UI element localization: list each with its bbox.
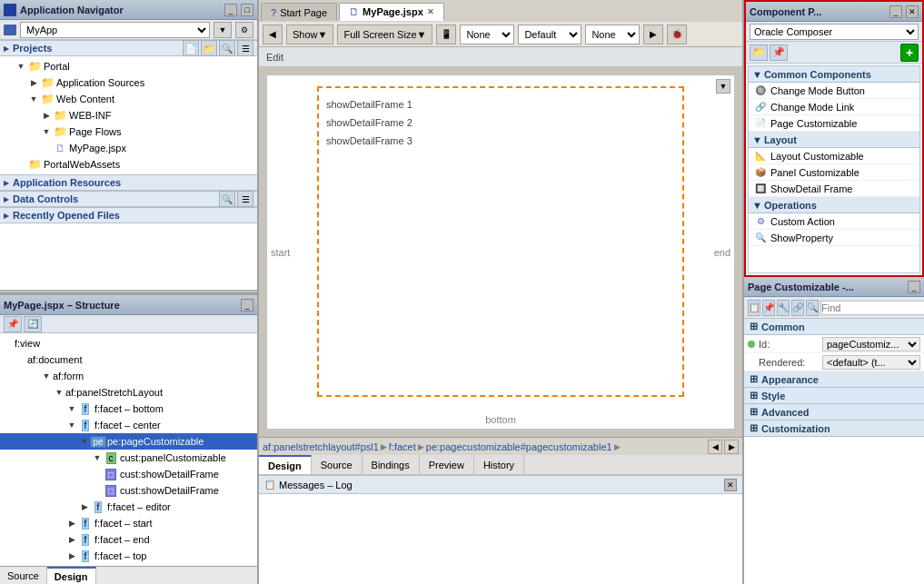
comp-custom-action[interactable]: ⚙ Custom Action	[749, 213, 919, 230]
fullscreensize-btn[interactable]: Full Screen Size▼	[337, 25, 432, 45]
none-select1[interactable]: None	[460, 25, 514, 45]
canvas-collapse-btn[interactable]: ▼	[716, 79, 730, 94]
design-tab-history[interactable]: History	[474, 455, 524, 474]
struct-afdocument[interactable]: af:document	[0, 351, 257, 368]
nav-maximize-btn[interactable]: □	[241, 4, 253, 16]
comp-change-mode-button[interactable]: 🔘 Change Mode Button	[749, 83, 919, 99]
comp-pin-btn[interactable]: 📌	[770, 45, 788, 61]
toolbar-debug-btn[interactable]: 🐞	[667, 25, 687, 45]
filter-btn[interactable]: 🔍	[219, 40, 235, 56]
struct-fview[interactable]: f:view	[0, 335, 257, 351]
layout-section[interactable]: ▼ Layout	[749, 132, 919, 148]
oracle-composer-select[interactable]: Oracle Composer	[750, 24, 919, 40]
comp-add-btn[interactable]: +	[900, 44, 919, 62]
dc-menu-btn[interactable]: ☰	[237, 191, 253, 207]
struct-facet-center[interactable]: ▼ f f:facet – center	[0, 417, 257, 433]
palette-close-btn[interactable]: ✕	[906, 5, 919, 18]
struct-facet-editor[interactable]: ▶ f f:facet – editor	[0, 499, 257, 515]
struct-facet-start[interactable]: ▶ f f:facet – start	[0, 515, 257, 531]
comp-showdetail-frame[interactable]: 🔲 ShowDetail Frame	[749, 181, 919, 197]
prop-common-section[interactable]: ⊞ Common	[744, 319, 924, 335]
tree-item-portalwebassets[interactable]: 📁 PortalWebAssets	[0, 156, 257, 173]
struct-facet-end[interactable]: ▶ f f:facet – end	[0, 531, 257, 548]
struct-facet-bottom[interactable]: ▼ f f:facet – bottom	[0, 401, 257, 417]
messages-close-btn[interactable]: ✕	[724, 479, 737, 491]
prop-btn1[interactable]: 📋	[748, 300, 760, 316]
new-file-btn[interactable]: 📄	[183, 40, 199, 56]
tree-item-webinf[interactable]: ▶ 📁 WEB-INF	[0, 107, 257, 124]
projects-section[interactable]: ▶ Projects 📄 📁 🔍 ☰	[0, 40, 257, 56]
toolbar-back-btn[interactable]: ◀	[263, 25, 283, 45]
comp-change-mode-link[interactable]: 🔗 Change Mode Link	[749, 99, 919, 115]
toolbar-icon1[interactable]: 📱	[436, 25, 456, 45]
tree-item-pageflows[interactable]: ▼ 📁 Page Flows	[0, 124, 257, 140]
tree-item-portal[interactable]: ▼ 📁 Portal	[0, 58, 257, 74]
tree-item-appsources[interactable]: ▶ 📁 Application Sources	[0, 74, 257, 91]
struct-panelcustomizable[interactable]: ▼ c cust:panelCustomizable	[0, 450, 257, 466]
default-select[interactable]: Default	[518, 25, 581, 45]
design-tab-design[interactable]: Design	[259, 455, 312, 474]
prop-id-row: Id: pageCustomiz...	[744, 335, 924, 353]
id-value-select[interactable]: pageCustomiz...	[822, 337, 920, 351]
new-folder-btn[interactable]: 📁	[201, 40, 217, 56]
mypage-tab-close[interactable]: ✕	[427, 7, 434, 16]
bc-right-btn[interactable]: ▶	[724, 440, 739, 454]
breadcrumb-part1[interactable]: af:panelstretchlayout#psl1	[263, 441, 379, 452]
comp-folder-btn[interactable]: 📁	[750, 45, 768, 61]
prop-btn4[interactable]: 🔗	[791, 300, 804, 316]
struct-showdetailframe1[interactable]: □ cust:showDetailFrame	[0, 466, 257, 482]
comp-showproperty[interactable]: 🔍 ShowProperty	[749, 230, 919, 246]
tree-item-webcontent[interactable]: ▼ 📁 Web Content	[0, 91, 257, 107]
structure-title: MyPage.jspx – Structure	[4, 300, 120, 311]
app-expand-btn[interactable]: ▼	[214, 22, 232, 38]
toolbar-run-btn[interactable]: ▶	[643, 25, 663, 45]
struct-afform[interactable]: ▼ af:form	[0, 368, 257, 384]
source-tab[interactable]: Source	[0, 567, 47, 584]
dc-filter-btn[interactable]: 🔍	[219, 191, 235, 207]
design-tab-source[interactable]: Source	[312, 455, 363, 474]
nav-minimize-btn[interactable]: _	[224, 4, 237, 16]
bc-left-btn[interactable]: ◀	[708, 440, 722, 454]
struct-refresh-btn[interactable]: 🔄	[24, 316, 42, 332]
design-tab-preview[interactable]: Preview	[420, 455, 474, 474]
recent-files-section[interactable]: ▶ Recently Opened Files	[0, 207, 257, 223]
mypage-tab[interactable]: 🗋 MyPage.jspx ✕	[339, 3, 444, 21]
operations-section[interactable]: ▼ Operations	[749, 197, 919, 213]
common-components-section[interactable]: ▼ Common Components	[749, 66, 919, 83]
comp-panel-customizable[interactable]: 📦 Panel Customizable	[749, 164, 919, 181]
struct-pagecustomizable[interactable]: ▼ pe pe:pageCustomizable	[0, 433, 257, 450]
struct-minimize-btn[interactable]: _	[241, 299, 253, 312]
prop-search-btn[interactable]: 🔍	[806, 300, 819, 316]
prop-btn3[interactable]: 🔧	[777, 300, 790, 316]
palette-minimize-btn[interactable]: _	[889, 5, 902, 18]
menu-btn[interactable]: ☰	[237, 40, 253, 56]
breadcrumb-part2[interactable]: f:facet	[389, 441, 416, 452]
prop-search-input[interactable]	[820, 301, 924, 315]
comp-layout-customizable[interactable]: 📐 Layout Customizable	[749, 148, 919, 164]
prop-minimize-btn[interactable]: _	[908, 281, 920, 293]
app-config-btn[interactable]: ⚙	[235, 22, 253, 38]
prop-customization-section[interactable]: ⊞ Customization	[744, 421, 924, 437]
app-resources-section[interactable]: ▶ Application Resources	[0, 174, 257, 191]
design-tab-bindings[interactable]: Bindings	[363, 455, 420, 474]
prop-style-section[interactable]: ⊞ Style	[744, 388, 924, 404]
frame3-label: showDetailFrame 3	[326, 132, 675, 150]
app-name-select[interactable]: MyApp	[20, 22, 210, 38]
projects-tree: ▼ 📁 Portal ▶ 📁 Application Sources ▼ 📁 W…	[0, 56, 257, 290]
comp-page-customizable[interactable]: 📄 Page Customizable	[749, 115, 919, 132]
design-tab[interactable]: Design	[47, 567, 96, 584]
prop-btn2[interactable]: 📌	[762, 300, 775, 316]
none-select2[interactable]: None	[585, 25, 640, 45]
rendered-value-select[interactable]: <default> (t...	[822, 355, 920, 370]
tree-item-mypage[interactable]: 🗋 MyPage.jspx	[0, 140, 257, 156]
struct-pin-btn[interactable]: 📌	[4, 316, 22, 332]
struct-showdetailframe2[interactable]: □ cust:showDetailFrame	[0, 482, 257, 499]
data-controls-section[interactable]: ▶ Data Controls 🔍 ☰	[0, 191, 257, 207]
prop-advanced-section[interactable]: ⊞ Advanced	[744, 404, 924, 421]
start-page-tab[interactable]: ? Start Page	[261, 3, 337, 21]
struct-facet-top[interactable]: ▶ f f:facet – top	[0, 548, 257, 564]
show-btn[interactable]: Show▼	[286, 25, 333, 45]
struct-panelstretch[interactable]: ▼ af:panelStretchLayout	[0, 384, 257, 401]
breadcrumb-part3[interactable]: pe:pagecustomizable#pagecustomizable1	[426, 441, 612, 452]
prop-appearance-section[interactable]: ⊞ Appearance	[744, 371, 924, 388]
